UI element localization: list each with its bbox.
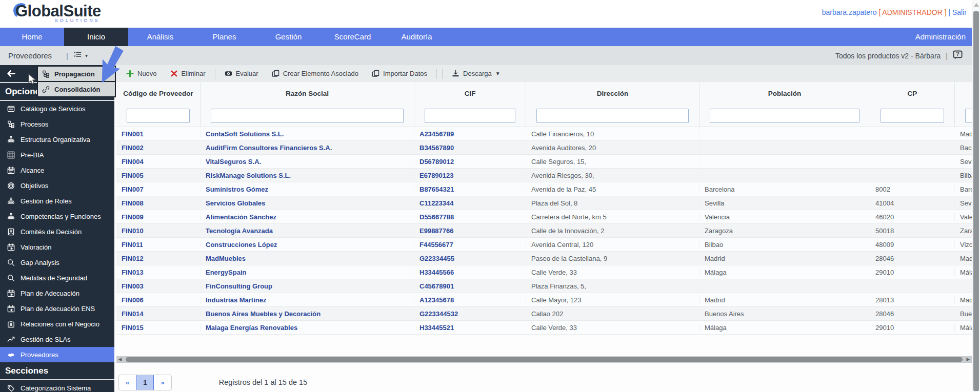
cell-razon-social[interactable]: FinConsulting Group bbox=[201, 282, 414, 290]
vertical-scroll-thumb[interactable] bbox=[973, 11, 979, 391]
cell-cif[interactable]: C11223344 bbox=[414, 199, 526, 207]
table-row[interactable]: FIN009Alimentación SánchezD55667788Carre… bbox=[116, 210, 972, 224]
cell-codigo[interactable]: FIN012 bbox=[116, 255, 201, 262]
sidebar-item-estructura-organizativa[interactable]: Estructura Organizativa bbox=[0, 132, 114, 147]
vertical-scrollbar[interactable] bbox=[972, 0, 980, 392]
cell-razon-social[interactable]: Industrias Martínez bbox=[201, 296, 414, 304]
column-header-cif[interactable]: CIF bbox=[414, 82, 526, 105]
sidebar-item-procesos[interactable]: Procesos bbox=[0, 116, 114, 132]
cell-cif[interactable]: H33445521 bbox=[414, 324, 526, 332]
sidebar-item-categorizaci-n-sistema[interactable]: Categorización Sistema bbox=[0, 380, 114, 392]
filter-input-razon-social[interactable] bbox=[211, 109, 404, 123]
cell-cif[interactable]: H33445566 bbox=[414, 269, 526, 276]
sidebar-item-proveedores[interactable]: Proveedores bbox=[0, 347, 114, 362]
horizontal-scroll-thumb[interactable] bbox=[126, 357, 963, 362]
cell-codigo[interactable]: FIN007 bbox=[116, 185, 201, 193]
table-row[interactable]: FIN001ContaSoft Solutions S.L.A23456789C… bbox=[116, 127, 972, 141]
page-prev-button[interactable]: « bbox=[119, 375, 136, 390]
tab-scorecard[interactable]: ScoreCard bbox=[321, 28, 385, 46]
cell-razon-social[interactable]: VitalSeguros S.A. bbox=[201, 158, 414, 166]
sidebar-item-gesti-n-de-roles[interactable]: Gestión de Roles bbox=[0, 193, 114, 209]
table-row[interactable]: FIN015Malaga Energías RenovablesH3344552… bbox=[116, 321, 972, 335]
sidebar-item-comit-s-de-decisi-n[interactable]: Comités de Decisión bbox=[0, 224, 114, 239]
sidebar-item-plan-de-adecuaci-n[interactable]: Plan de Adecuación bbox=[0, 285, 114, 301]
cell-razon-social[interactable]: RiskManage Solutions S.L. bbox=[201, 172, 414, 179]
cell-cif[interactable]: G22334455 bbox=[414, 255, 526, 262]
table-row[interactable]: FIN002AuditFirm Consultores Financieros … bbox=[116, 141, 972, 155]
cell-razon-social[interactable]: Construcciones López bbox=[201, 241, 414, 249]
cell-cif[interactable]: C45678901 bbox=[414, 282, 526, 290]
cell-cif[interactable]: B87654321 bbox=[414, 185, 526, 193]
page-number-button[interactable]: 1 bbox=[136, 375, 154, 390]
page-next-button[interactable]: » bbox=[154, 375, 171, 390]
nuevo-button[interactable]: Nuevo bbox=[119, 65, 164, 82]
cell-cif[interactable]: D56789012 bbox=[414, 158, 526, 166]
cell-codigo[interactable]: FIN006 bbox=[116, 296, 201, 304]
table-row[interactable]: FIN014Buenos Aires Muebles y DecoraciónG… bbox=[116, 307, 972, 321]
filter-input-provincia[interactable] bbox=[965, 109, 972, 123]
cell-codigo[interactable]: FIN009 bbox=[116, 213, 201, 221]
column-header-poblacion[interactable]: Población bbox=[699, 82, 870, 105]
cell-razon-social[interactable]: Buenos Aires Muebles y Decoración bbox=[201, 310, 414, 318]
cell-codigo[interactable]: FIN015 bbox=[116, 324, 201, 332]
table-row[interactable]: FIN010Tecnología AvanzadaE99887766Calle … bbox=[116, 224, 972, 238]
filter-input-direccion[interactable] bbox=[536, 109, 689, 123]
tab-inicio[interactable]: Inicio bbox=[64, 28, 128, 46]
column-header-provincia[interactable] bbox=[955, 82, 972, 105]
cell-razon-social[interactable]: Alimentación Sánchez bbox=[201, 213, 414, 221]
cell-cif[interactable]: F44556677 bbox=[414, 241, 526, 249]
cell-codigo[interactable]: FIN001 bbox=[116, 130, 201, 138]
menu-item-consolidaci-n[interactable]: Consolidación bbox=[38, 82, 115, 96]
sidebar-item-plan-de-adecuaci-n-ens[interactable]: Plan de Adecuación ENS bbox=[0, 301, 114, 316]
table-row[interactable]: FIN004VitalSeguros S.A.D56789012Calle Se… bbox=[116, 155, 972, 169]
table-row[interactable]: FIN006Industrias MartínezA12345678Calle … bbox=[116, 293, 972, 307]
table-row[interactable]: FIN003FinConsulting GroupC45678901Plaza … bbox=[116, 279, 972, 293]
cell-codigo[interactable]: FIN002 bbox=[116, 144, 201, 152]
cell-cif[interactable]: B34567890 bbox=[414, 144, 526, 152]
sidebar-item-objetivos[interactable]: Objetivos bbox=[0, 178, 114, 193]
tab-administracion[interactable]: Administración bbox=[901, 28, 980, 46]
table-row[interactable]: FIN008Servicios GlobalesC11223344Plaza d… bbox=[116, 196, 972, 210]
cell-razon-social[interactable]: MadMuebles bbox=[201, 255, 414, 262]
sidebar-item-cat-logo-de-servicios[interactable]: Catálogo de Servicios bbox=[0, 101, 114, 116]
filter-input-cp[interactable] bbox=[881, 109, 944, 123]
cell-razon-social[interactable]: AuditFirm Consultores Financieros S.A. bbox=[201, 144, 414, 152]
sidebar-item-relaciones-con-el-negocio[interactable]: Relaciones con el Negocio bbox=[0, 316, 114, 332]
tab-home[interactable]: Home bbox=[0, 28, 64, 46]
username-link[interactable]: barbara.zapatero bbox=[822, 8, 877, 16]
table-row[interactable]: FIN012MadMueblesG22334455Paseo de la Cas… bbox=[116, 252, 972, 265]
table-row[interactable]: FIN005RiskManage Solutions S.L.E67890123… bbox=[116, 169, 972, 182]
cell-codigo[interactable]: FIN014 bbox=[116, 310, 201, 318]
sidebar-item-pre-bia[interactable]: Pre-BIA bbox=[0, 147, 114, 162]
cell-cif[interactable]: E99887766 bbox=[414, 227, 526, 235]
cell-codigo[interactable]: FIN004 bbox=[116, 158, 201, 166]
cell-cif[interactable]: D55667788 bbox=[414, 213, 526, 221]
sidebar-item-gesti-n-de-slas[interactable]: Gestión de SLAs bbox=[0, 332, 114, 347]
tab-gestión[interactable]: Gestión bbox=[256, 28, 321, 46]
logout-link[interactable]: Salir bbox=[952, 8, 967, 16]
scroll-left-arrow-icon[interactable]: ◀ bbox=[116, 356, 124, 363]
cell-codigo[interactable]: FIN010 bbox=[116, 227, 201, 235]
cell-codigo[interactable]: FIN003 bbox=[116, 282, 201, 290]
cell-razon-social[interactable]: Malaga Energías Renovables bbox=[201, 324, 414, 332]
importar-datos-button[interactable]: Importar Datos bbox=[365, 65, 434, 82]
help-icon[interactable]: ? bbox=[953, 50, 963, 61]
cell-razon-social[interactable]: ContaSoft Solutions S.L. bbox=[201, 130, 414, 138]
sidebar-item-valoraci-n[interactable]: Valoración bbox=[0, 239, 114, 255]
sidebar-item-alcance[interactable]: Alcance bbox=[0, 162, 114, 178]
horizontal-scrollbar[interactable]: ◀ ▶ bbox=[116, 356, 972, 363]
sidebar-item-medidas-de-seguridad[interactable]: Medidas de Seguridad bbox=[0, 270, 114, 285]
view-options-icon[interactable] bbox=[73, 51, 82, 60]
descarga-button[interactable]: Descarga▼ bbox=[445, 65, 507, 82]
scroll-up-arrow-icon[interactable] bbox=[974, 3, 979, 7]
cell-razon-social[interactable]: Tecnología Avanzada bbox=[201, 227, 414, 235]
filter-input-cif[interactable] bbox=[425, 109, 515, 123]
sidebar-item-competencias-y-funciones[interactable]: Competencias y Funciones bbox=[0, 209, 114, 224]
cell-cif[interactable]: G223344532 bbox=[414, 310, 526, 318]
table-row[interactable]: FIN011Construcciones LópezF44556677Aveni… bbox=[116, 238, 972, 252]
column-header-razon-social[interactable]: Razón Social bbox=[201, 82, 414, 105]
scroll-right-arrow-icon[interactable]: ▶ bbox=[965, 356, 972, 363]
cell-codigo[interactable]: FIN011 bbox=[116, 241, 201, 249]
crear-elemento-asociado-button[interactable]: Crear Elemento Asociado bbox=[265, 65, 365, 82]
table-row[interactable]: FIN013EnergySpainH33445566Calle Verde, 3… bbox=[116, 265, 972, 279]
